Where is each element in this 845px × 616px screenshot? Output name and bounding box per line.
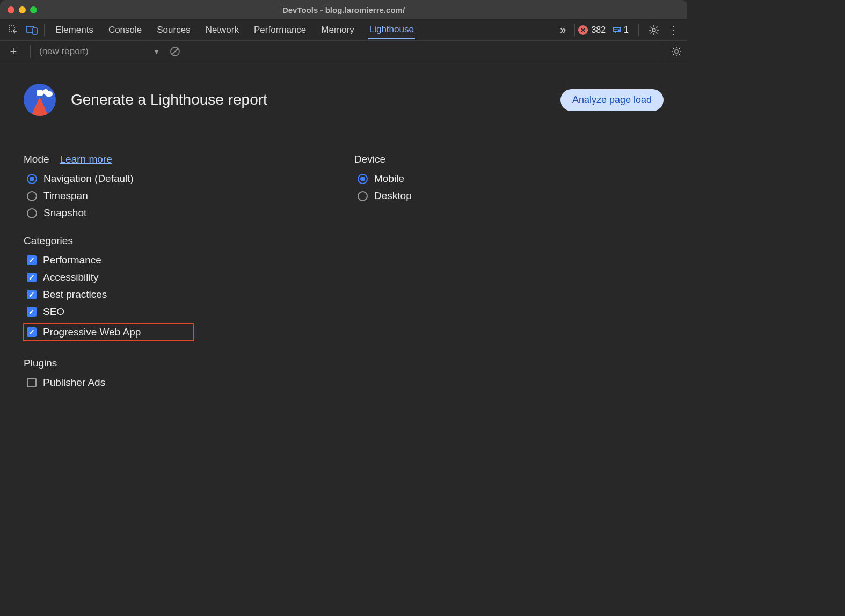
category-options: ✓Performance✓Accessibility✓Best practice… (24, 254, 333, 341)
lighthouse-header: Generate a Lighthouse report Analyze pag… (24, 84, 664, 116)
error-icon (578, 25, 588, 35)
plugins-section: Plugins Publisher Ads (24, 357, 333, 388)
plugin-option-label: Publisher Ads (43, 377, 105, 388)
svg-line-8 (172, 48, 178, 55)
svg-point-6 (652, 28, 655, 32)
message-icon (612, 25, 622, 35)
page-title: Generate a Lighthouse report (71, 91, 545, 108)
mode-label: Mode (24, 153, 49, 165)
learn-more-link[interactable]: Learn more (60, 153, 112, 165)
svg-rect-3 (613, 27, 621, 32)
device-label: Device (354, 153, 664, 165)
category-option[interactable]: ✓Performance (24, 254, 333, 266)
mode-option-label: Navigation (Default) (43, 173, 134, 185)
mode-option-label: Timespan (43, 190, 88, 202)
kebab-menu-icon[interactable]: ⋮ (666, 24, 681, 36)
category-option[interactable]: ✓SEO (24, 306, 333, 318)
device-toolbar-icon[interactable] (23, 21, 41, 39)
category-option-label: Best practices (43, 289, 107, 300)
lighthouse-panel: Generate a Lighthouse report Analyze pag… (0, 62, 687, 410)
lighthouse-form: Mode Learn more Navigation (Default)Time… (24, 153, 664, 388)
maximize-window-icon[interactable] (30, 6, 37, 13)
tab-elements[interactable]: Elements (54, 21, 94, 39)
tab-memory[interactable]: Memory (320, 21, 355, 39)
mode-section-label: Mode Learn more (24, 153, 333, 165)
chevron-down-icon: ▼ (153, 47, 161, 56)
mode-options: Navigation (Default)TimespanSnapshot (24, 173, 333, 219)
divider (44, 24, 45, 36)
tab-performance[interactable]: Performance (253, 21, 307, 39)
plugin-options: Publisher Ads (24, 377, 333, 388)
settings-icon[interactable] (649, 25, 659, 35)
window-title: DevTools - blog.laromierre.com/ (282, 5, 405, 14)
divider (662, 45, 662, 58)
checkbox-icon: ✓ (27, 273, 37, 282)
mode-option[interactable]: Timespan (24, 190, 333, 202)
clear-icon[interactable] (169, 46, 181, 57)
report-select-label: (new report) (39, 46, 89, 57)
divider (30, 45, 31, 58)
device-option-label: Desktop (374, 190, 412, 202)
mode-option[interactable]: Navigation (Default) (24, 173, 333, 185)
categories-label: Categories (24, 235, 333, 247)
traffic-lights (8, 6, 37, 13)
svg-rect-2 (33, 28, 37, 34)
lighthouse-toolbar: + (new report) ▼ (0, 41, 687, 62)
right-column: Device MobileDesktop (354, 153, 664, 388)
checkbox-icon: ✓ (27, 327, 37, 337)
report-select[interactable]: (new report) ▼ (39, 46, 161, 57)
plugins-label: Plugins (24, 357, 333, 369)
error-count-badge[interactable]: 382 (578, 25, 606, 35)
close-window-icon[interactable] (8, 6, 14, 13)
new-report-button[interactable]: + (5, 45, 21, 58)
checkbox-icon (27, 378, 37, 387)
message-count-badge[interactable]: 1 (612, 25, 629, 35)
tab-sources[interactable]: Sources (156, 21, 191, 39)
error-count: 382 (591, 25, 606, 35)
analyze-page-load-button[interactable]: Analyze page load (560, 89, 664, 111)
divider (574, 24, 575, 36)
category-option[interactable]: ✓Best practices (24, 289, 333, 300)
inspect-element-icon[interactable] (4, 21, 23, 39)
plugin-option[interactable]: Publisher Ads (24, 377, 333, 388)
message-count: 1 (624, 25, 629, 35)
radio-icon (27, 174, 37, 184)
device-options: MobileDesktop (354, 173, 664, 202)
minimize-window-icon[interactable] (19, 6, 26, 13)
category-option-label: SEO (43, 306, 64, 318)
checkbox-icon: ✓ (27, 255, 37, 265)
devtools-tabs-row: Elements Console Sources Network Perform… (0, 19, 687, 41)
mode-option-label: Snapshot (43, 207, 86, 219)
radio-icon (358, 191, 368, 201)
more-tabs-icon[interactable]: » (555, 24, 571, 36)
category-option[interactable]: ✓Progressive Web App (24, 326, 190, 338)
radio-icon (27, 208, 37, 218)
device-option[interactable]: Desktop (354, 190, 664, 202)
tab-console[interactable]: Console (107, 21, 143, 39)
lighthouse-logo-icon (24, 84, 56, 116)
svg-point-9 (675, 50, 678, 53)
category-option-label: Progressive Web App (43, 326, 141, 338)
category-option-label: Performance (43, 254, 101, 266)
panel-settings-icon[interactable] (671, 46, 682, 57)
divider (638, 24, 639, 36)
radio-icon (358, 174, 368, 184)
categories-section: Categories ✓Performance✓Accessibility✓Be… (24, 235, 333, 341)
titlebar: DevTools - blog.laromierre.com/ (0, 0, 687, 19)
toolbar-right-cluster: 382 1 ⋮ (578, 24, 683, 36)
category-option-label: Accessibility (43, 272, 98, 283)
device-option-label: Mobile (374, 173, 404, 185)
tab-lighthouse[interactable]: Lighthouse (368, 21, 415, 39)
svg-rect-4 (614, 28, 620, 30)
checkbox-icon: ✓ (27, 307, 37, 317)
devtools-tabs: Elements Console Sources Network Perform… (54, 21, 555, 39)
device-option[interactable]: Mobile (354, 173, 664, 185)
left-column: Mode Learn more Navigation (Default)Time… (24, 153, 333, 388)
svg-rect-5 (614, 30, 618, 31)
highlighted-option: ✓Progressive Web App (23, 323, 194, 341)
tab-network[interactable]: Network (205, 21, 240, 39)
category-option[interactable]: ✓Accessibility (24, 272, 333, 283)
radio-icon (27, 191, 37, 201)
mode-option[interactable]: Snapshot (24, 207, 333, 219)
checkbox-icon: ✓ (27, 290, 37, 299)
